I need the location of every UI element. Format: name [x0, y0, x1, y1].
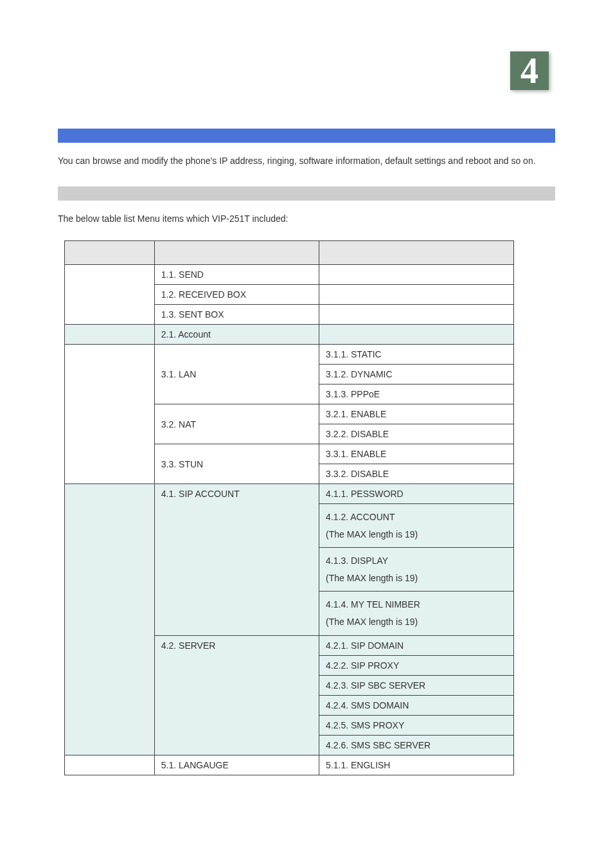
header-col3	[319, 241, 514, 265]
cell-line1: 4.1.2. ACCOUNT	[326, 512, 395, 522]
cell: 1.3. SENT BOX	[154, 305, 319, 325]
section-band-blue	[58, 129, 555, 143]
cell: 3.3.2. DISABLE	[319, 464, 514, 484]
cell: 5.1. LANGAUGE	[154, 755, 319, 775]
header-col2	[154, 241, 319, 265]
cell: 4.1.3. DISPLAY (The MAX length is 19)	[319, 548, 514, 592]
cell: 3.2. NAT	[154, 404, 319, 444]
cell: 2.1. Account	[154, 325, 319, 345]
cell-line2: (The MAX length is 19)	[326, 617, 418, 627]
cell	[319, 325, 514, 345]
table-row: 5.1. LANGAUGE 5.1.1. ENGLISH	[65, 755, 514, 775]
cell: 3.1.1. STATIC	[319, 345, 514, 365]
cell-group5	[65, 755, 155, 775]
cell-line2: (The MAX length is 19)	[326, 529, 418, 539]
cell: 3.3. STUN	[154, 444, 319, 484]
cell: 3.1. LAN	[154, 345, 319, 404]
cell: 4.1.2. ACCOUNT (The MAX length is 19)	[319, 504, 514, 548]
cell-line1: 4.1.3. DISPLAY	[326, 556, 388, 566]
cell: 5.1.1. ENGLISH	[319, 755, 514, 775]
cell: 4.2.6. SMS SBC SERVER	[319, 735, 514, 755]
cell: 3.3.1. ENABLE	[319, 444, 514, 464]
cell: 1.2. RECEIVED BOX	[154, 285, 319, 305]
table-header-row	[65, 241, 514, 265]
chapter-number: 4	[520, 53, 538, 89]
cell: 4.2.2. SIP PROXY	[319, 655, 514, 675]
table-row: 2.1. Account	[65, 325, 514, 345]
cell: 4.2. SERVER	[154, 635, 319, 755]
cell: 4.2.4. SMS DOMAIN	[319, 695, 514, 715]
menu-table: 1.1. SEND 1.2. RECEIVED BOX 1.3. SENT BO…	[64, 240, 514, 775]
cell-group3	[65, 345, 155, 484]
cell-group2	[65, 325, 155, 345]
cell: 4.2.5. SMS PROXY	[319, 715, 514, 735]
cell: 1.1. SEND	[154, 265, 319, 285]
table-row: 3.1. LAN 3.1.1. STATIC	[65, 345, 514, 365]
cell: 3.2.2. DISABLE	[319, 424, 514, 444]
cell-group4	[65, 484, 155, 755]
cell-line2: (The MAX length is 19)	[326, 573, 418, 583]
cell-line1: 4.1.4. MY TEL NIMBER	[326, 599, 420, 610]
cell: 4.1. SIP ACCOUNT	[154, 484, 319, 636]
cell	[319, 305, 514, 325]
section-band-gray	[58, 186, 555, 201]
intro-paragraph: You can browse and modify the phone's IP…	[58, 152, 555, 170]
cell-group1	[65, 265, 155, 325]
cell: 3.1.2. DYNAMIC	[319, 365, 514, 384]
cell: 4.2.1. SIP DOMAIN	[319, 635, 514, 655]
cell: 3.1.3. PPPoE	[319, 384, 514, 404]
table-row: 4.1. SIP ACCOUNT 4.1.1. PESSWORD	[65, 484, 514, 504]
table-row: 1.1. SEND	[65, 265, 514, 285]
header-col1	[65, 241, 155, 265]
cell	[319, 265, 514, 285]
table-caption: The below table list Menu items which VI…	[58, 210, 555, 228]
chapter-number-badge: 4	[510, 51, 549, 90]
cell: 4.1.4. MY TEL NIMBER (The MAX length is …	[319, 592, 514, 635]
cell: 3.2.1. ENABLE	[319, 404, 514, 424]
cell	[319, 285, 514, 305]
cell: 4.1.1. PESSWORD	[319, 484, 514, 504]
cell: 4.2.3. SIP SBC SERVER	[319, 675, 514, 695]
